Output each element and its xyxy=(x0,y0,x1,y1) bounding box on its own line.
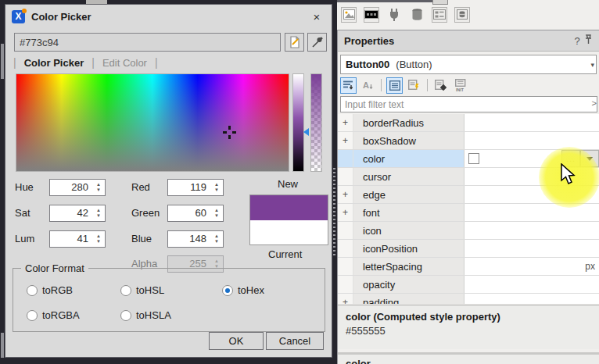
property-grid: + borderRadius + boxShadow color ... xyxy=(338,114,599,304)
expand-icon[interactable] xyxy=(338,150,353,167)
scrollbar-thumb[interactable] xyxy=(1,333,4,358)
new-swatch-label: New xyxy=(278,178,298,190)
stepper-arrows[interactable]: ▲▼ xyxy=(92,205,105,221)
chevron-down-icon[interactable]: ▾ xyxy=(590,61,594,69)
form-list-icon[interactable] xyxy=(432,7,447,23)
trash-cylinder-icon[interactable] xyxy=(409,7,425,23)
expand-icon[interactable] xyxy=(338,276,353,293)
dialog-tabs: | Color Picker | Edit Color | xyxy=(13,56,158,69)
luminance-marker-icon[interactable] xyxy=(303,128,309,136)
svg-text:INIT: INIT xyxy=(456,87,464,91)
luminance-slider[interactable] xyxy=(292,73,304,172)
color-format-group: Color Format toRGB toHSL toHex toRGBA to… xyxy=(13,268,325,332)
sat-stepper[interactable]: 42 ▲▼ xyxy=(49,205,106,222)
dialog-titlebar[interactable]: X Color Picker × xyxy=(5,5,332,28)
eyedropper-button[interactable] xyxy=(307,33,327,52)
copy-color-button[interactable] xyxy=(285,33,304,52)
cancel-button[interactable]: Cancel xyxy=(266,332,324,350)
alphabetical-sort-icon[interactable]: A xyxy=(360,77,376,94)
app-logo-icon: X xyxy=(12,10,25,23)
property-description: color (Computed style property) #555555 xyxy=(338,305,599,349)
radio-icon[interactable] xyxy=(222,285,233,296)
close-icon[interactable]: × xyxy=(308,10,325,23)
expand-icon[interactable] xyxy=(338,168,353,185)
panel-title: Properties xyxy=(344,35,394,47)
dropdown-arrow-button[interactable] xyxy=(580,150,599,167)
ellipsis-box-icon[interactable] xyxy=(364,7,379,23)
show-all-properties-icon[interactable] xyxy=(386,77,403,94)
table-row-edge[interactable]: + edge xyxy=(338,186,599,204)
sat-label: Sat xyxy=(15,205,30,222)
radio-icon[interactable] xyxy=(120,310,131,321)
scrollbar-thumb[interactable] xyxy=(1,44,4,79)
table-row-font[interactable]: + font xyxy=(338,204,599,222)
table-row-letterSpacing[interactable]: letterSpacing px xyxy=(338,258,599,276)
storage-box-icon[interactable] xyxy=(454,7,470,23)
expand-icon[interactable]: + xyxy=(338,114,353,131)
saturation-hue-gradient[interactable] xyxy=(16,73,289,172)
blue-stepper[interactable]: 148 ▲▼ xyxy=(167,230,224,248)
radio-icon[interactable] xyxy=(120,285,131,296)
expand-icon[interactable]: + xyxy=(338,186,353,203)
radio-icon[interactable] xyxy=(27,285,38,296)
hue-stepper[interactable]: 280 ▲▼ xyxy=(49,179,106,196)
dialog-title: Color Picker xyxy=(31,11,91,23)
splitter-grip[interactable] xyxy=(333,168,335,258)
color-checkbox[interactable] xyxy=(468,153,479,164)
color-crosshair-marker[interactable] xyxy=(223,126,236,139)
radio-tohsl[interactable]: toHSL xyxy=(120,284,164,296)
table-row-opacity[interactable]: opacity xyxy=(338,276,599,294)
init-icon[interactable]: INIT xyxy=(452,77,468,94)
stepper-arrows[interactable]: ▲▼ xyxy=(210,180,223,195)
plug-icon[interactable] xyxy=(386,7,402,23)
tab-color-picker[interactable]: Color Picker xyxy=(24,57,84,69)
filter-chevron-icon[interactable]: > xyxy=(592,98,597,108)
selected-object-row[interactable]: Button00 (Button) ▾ xyxy=(340,55,597,74)
table-row-color[interactable]: color ... xyxy=(338,150,599,168)
table-row-cursor[interactable]: cursor xyxy=(338,168,599,186)
document-edit-icon xyxy=(289,36,300,48)
color-format-legend: Color Format xyxy=(21,262,88,274)
expand-icon[interactable]: + xyxy=(338,132,353,149)
expand-icon[interactable] xyxy=(338,258,353,275)
table-row-boxShadow[interactable]: + boxShadow xyxy=(338,132,599,150)
radio-icon[interactable] xyxy=(27,310,38,321)
color-picker-dialog: X Color Picker × | Color Picker | Edit C… xyxy=(5,4,332,358)
table-row-iconPosition[interactable]: iconPosition xyxy=(338,240,599,258)
object-type: (Button) xyxy=(396,59,432,70)
unit-label[interactable]: px xyxy=(464,258,599,275)
stepper-arrows[interactable]: ▲▼ xyxy=(92,180,105,195)
filter-field-wrap: > xyxy=(340,96,597,112)
expand-icon[interactable] xyxy=(338,222,353,239)
svg-text:A: A xyxy=(363,80,369,90)
table-row-icon[interactable]: icon xyxy=(338,222,599,240)
radio-torgba[interactable]: toRGBA xyxy=(27,309,80,321)
filter-input[interactable] xyxy=(340,96,597,112)
expand-icon[interactable]: + xyxy=(338,204,353,221)
events-icon[interactable] xyxy=(406,77,422,94)
stepper-arrows[interactable]: ▲▼ xyxy=(210,205,223,221)
categorized-sort-icon[interactable] xyxy=(340,77,357,94)
lum-stepper[interactable]: 41 ▲▼ xyxy=(49,230,106,248)
help-icon[interactable]: ? xyxy=(570,35,584,47)
table-row-padding[interactable]: + padding xyxy=(338,294,599,304)
tab-edit-color[interactable]: Edit Color xyxy=(102,57,147,69)
expand-icon[interactable] xyxy=(338,240,353,257)
ellipsis-button[interactable]: ... xyxy=(561,150,580,167)
table-row-borderRadius[interactable]: + borderRadius xyxy=(338,114,599,132)
radio-tohex[interactable]: toHex xyxy=(222,284,264,296)
alpha-slider[interactable] xyxy=(310,73,322,172)
stepper-arrows[interactable]: ▲▼ xyxy=(210,231,223,247)
green-stepper[interactable]: 60 ▲▼ xyxy=(167,205,224,222)
ok-button[interactable]: OK xyxy=(209,332,264,350)
radio-tohsla[interactable]: toHSLA xyxy=(120,309,171,321)
eyedropper-icon xyxy=(311,36,323,48)
stepper-arrows[interactable]: ▲▼ xyxy=(92,231,105,247)
expand-icon[interactable]: + xyxy=(338,294,353,304)
image-icon[interactable] xyxy=(341,7,357,23)
pin-icon[interactable] xyxy=(584,34,593,48)
reset-property-icon[interactable] xyxy=(432,77,449,94)
hex-color-input[interactable] xyxy=(14,33,281,52)
radio-torgb[interactable]: toRGB xyxy=(27,284,73,296)
red-stepper[interactable]: 119 ▲▼ xyxy=(167,179,224,196)
